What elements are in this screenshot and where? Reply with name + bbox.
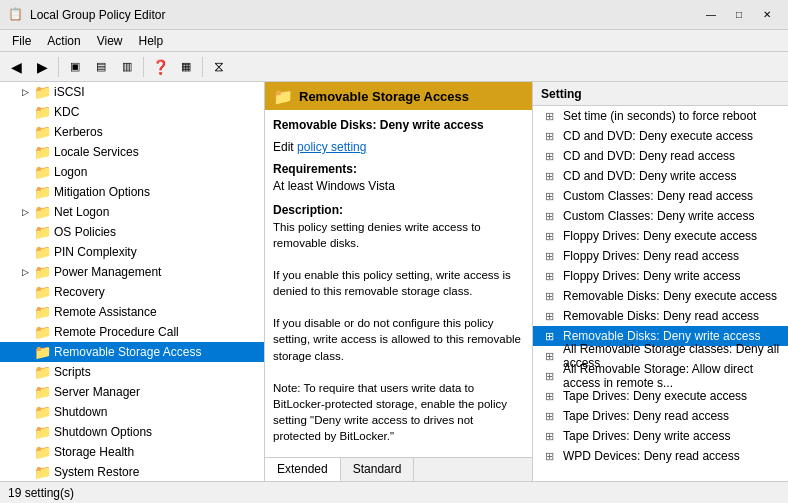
title-bar-left: 📋 Local Group Policy Editor	[8, 7, 165, 23]
back-button[interactable]: ◀	[4, 55, 28, 79]
list-item[interactable]: ⊞ Floppy Drives: Deny read access	[533, 246, 788, 266]
item-label: Tape Drives: Deny read access	[563, 409, 729, 423]
tree-item-net-logon[interactable]: ▷ 📁 Net Logon	[0, 202, 264, 222]
forward-button[interactable]: ▶	[30, 55, 54, 79]
list-item[interactable]: ⊞ Floppy Drives: Deny write access	[533, 266, 788, 286]
policy-icon: ⊞	[541, 128, 557, 144]
tree-item-server-manager[interactable]: 📁 Server Manager	[0, 382, 264, 402]
policy-icon: ⊞	[541, 168, 557, 184]
properties-button[interactable]: ▤	[89, 55, 113, 79]
item-label: Floppy Drives: Deny read access	[563, 249, 739, 263]
tree-item-storage-health[interactable]: 📁 Storage Health	[0, 442, 264, 462]
tree-item-shutdown-options[interactable]: 📁 Shutdown Options	[0, 422, 264, 442]
expander-icon	[18, 125, 32, 139]
title-bar: 📋 Local Group Policy Editor — □ ✕	[0, 0, 788, 30]
status-bar: 19 setting(s)	[0, 481, 788, 503]
item-label: All Removable Storage: Allow direct acce…	[563, 362, 780, 390]
list-item[interactable]: ⊞ All Removable Storage: Allow direct ac…	[533, 366, 788, 386]
expander-icon	[18, 245, 32, 259]
policy-icon: ⊞	[541, 188, 557, 204]
list-item[interactable]: ⊞ Removable Disks: Deny read access	[533, 306, 788, 326]
list-item[interactable]: ⊞ Custom Classes: Deny write access	[533, 206, 788, 226]
tree-pane: ▷ 📁 iSCSI 📁 KDC 📁 Kerberos 📁 Locale Serv…	[0, 82, 265, 481]
tree-item-kerberos[interactable]: 📁 Kerberos	[0, 122, 264, 142]
policy-icon: ⊞	[541, 308, 557, 324]
toolbar-sep-3	[202, 57, 203, 77]
item-label: Tape Drives: Deny execute access	[563, 389, 747, 403]
item-label: Tape Drives: Deny write access	[563, 429, 730, 443]
list-item[interactable]: ⊞ WPD Devices: Deny read access	[533, 446, 788, 466]
maximize-button[interactable]: □	[726, 5, 752, 25]
list-item[interactable]: ⊞ CD and DVD: Deny write access	[533, 166, 788, 186]
folder-icon: 📁	[34, 364, 50, 380]
tree-item-label: Remote Assistance	[54, 305, 157, 319]
tree-item-pin-complexity[interactable]: 📁 PIN Complexity	[0, 242, 264, 262]
folder-icon: 📁	[34, 104, 50, 120]
tree-item-locale-services[interactable]: 📁 Locale Services	[0, 142, 264, 162]
item-label: CD and DVD: Deny read access	[563, 149, 735, 163]
middle-header-title: Removable Storage Access	[299, 89, 469, 104]
expander-icon: ▷	[18, 85, 32, 99]
expander-icon	[18, 325, 32, 339]
policy-link[interactable]: policy setting	[297, 140, 366, 154]
tree-item-shutdown[interactable]: 📁 Shutdown	[0, 402, 264, 422]
menu-view[interactable]: View	[89, 32, 131, 50]
middle-header: 📁 Removable Storage Access	[265, 82, 532, 110]
export-button[interactable]: ▦	[174, 55, 198, 79]
tree-item-remote-assistance[interactable]: 📁 Remote Assistance	[0, 302, 264, 322]
menu-file[interactable]: File	[4, 32, 39, 50]
tree-item-label: Scripts	[54, 365, 91, 379]
policy-icon: ⊞	[541, 368, 557, 384]
tree-item-label: Storage Health	[54, 445, 134, 459]
menu-help[interactable]: Help	[131, 32, 172, 50]
tree-item-kdc[interactable]: 📁 KDC	[0, 102, 264, 122]
close-button[interactable]: ✕	[754, 5, 780, 25]
tree-item-logon[interactable]: 📁 Logon	[0, 162, 264, 182]
list-item[interactable]: ⊞ CD and DVD: Deny read access	[533, 146, 788, 166]
expander-icon	[18, 305, 32, 319]
policy-icon: ⊞	[541, 388, 557, 404]
middle-content: Removable Disks: Deny write access Edit …	[265, 110, 532, 457]
item-label: Custom Classes: Deny write access	[563, 209, 754, 223]
expander-icon	[18, 465, 32, 479]
description-text: This policy setting denies write access …	[273, 219, 524, 444]
minimize-button[interactable]: —	[698, 5, 724, 25]
filter-button[interactable]: ⧖	[207, 55, 231, 79]
tree-item-mitigation-options[interactable]: 📁 Mitigation Options	[0, 182, 264, 202]
list-item[interactable]: ⊞ Tape Drives: Deny write access	[533, 426, 788, 446]
folder-icon: 📁	[34, 84, 50, 100]
tree-item-os-policies[interactable]: 📁 OS Policies	[0, 222, 264, 242]
tree-item-removable-storage-access[interactable]: 📁 Removable Storage Access	[0, 342, 264, 362]
tree-item-scripts[interactable]: 📁 Scripts	[0, 362, 264, 382]
menu-bar: File Action View Help	[0, 30, 788, 52]
list-item[interactable]: ⊞ Floppy Drives: Deny execute access	[533, 226, 788, 246]
expander-icon	[18, 285, 32, 299]
folder-icon: 📁	[34, 464, 50, 480]
tree-item-remote-procedure-call[interactable]: 📁 Remote Procedure Call	[0, 322, 264, 342]
list-item[interactable]: ⊞ CD and DVD: Deny execute access	[533, 126, 788, 146]
item-label: Removable Disks: Deny execute access	[563, 289, 777, 303]
list-item[interactable]: ⊞ Custom Classes: Deny read access	[533, 186, 788, 206]
list-item[interactable]: ⊞ Tape Drives: Deny read access	[533, 406, 788, 426]
folder-icon: 📁	[34, 324, 50, 340]
new-button[interactable]: ▥	[115, 55, 139, 79]
list-item[interactable]: ⊞ Set time (in seconds) to force reboot	[533, 106, 788, 126]
tab-extended[interactable]: Extended	[265, 458, 341, 481]
tree-item-label: iSCSI	[54, 85, 85, 99]
middle-pane: 📁 Removable Storage Access Removable Dis…	[265, 82, 533, 481]
tree-item-iscsi[interactable]: ▷ 📁 iSCSI	[0, 82, 264, 102]
item-label: Removable Disks: Deny write access	[563, 329, 760, 343]
folder-icon: 📁	[34, 404, 50, 420]
tree-item-recovery[interactable]: 📁 Recovery	[0, 282, 264, 302]
list-item[interactable]: ⊞ Removable Disks: Deny execute access	[533, 286, 788, 306]
show-hide-button[interactable]: ▣	[63, 55, 87, 79]
tree-item-label: PIN Complexity	[54, 245, 137, 259]
tab-standard[interactable]: Standard	[341, 458, 415, 481]
help-button[interactable]: ❓	[148, 55, 172, 79]
tree-item-power-management[interactable]: ▷ 📁 Power Management	[0, 262, 264, 282]
policy-title: Removable Disks: Deny write access	[273, 118, 524, 132]
item-label: Set time (in seconds) to force reboot	[563, 109, 756, 123]
policy-icon: ⊞	[541, 268, 557, 284]
tree-item-system-restore[interactable]: 📁 System Restore	[0, 462, 264, 481]
menu-action[interactable]: Action	[39, 32, 88, 50]
